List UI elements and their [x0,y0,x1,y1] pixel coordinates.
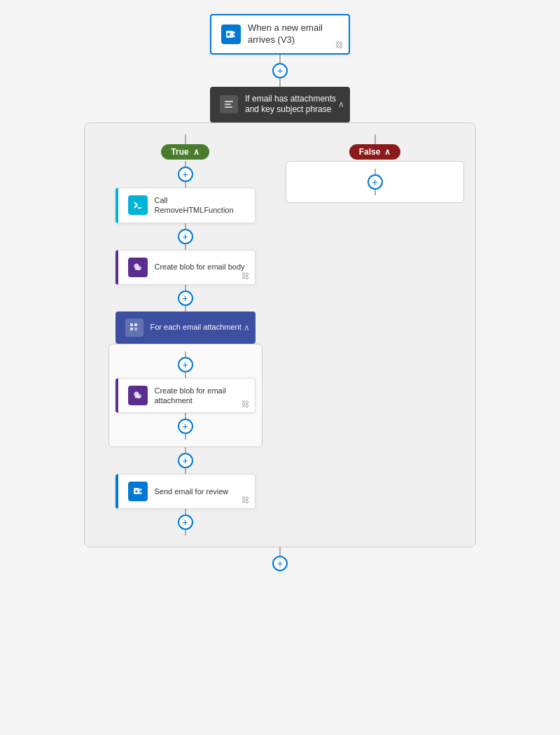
true-line-mid [185,161,186,167]
foreach-label: For each email attachment [150,322,241,332]
line-after-foreach [185,447,186,453]
false-branch-content: + [286,161,464,203]
true-collapse[interactable]: ∧ [193,147,200,157]
blob-body-link: ⛓ [241,272,249,280]
flow-canvas: When a new email arrives (V3) ⛓ + If ema… [0,14,560,571]
svg-rect-11 [134,328,137,330]
svg-rect-10 [130,328,133,330]
foreach-collapse[interactable]: ∧ [244,323,250,332]
azure-icon-1 [128,258,148,277]
outlook-icon [221,24,241,44]
false-line-top [374,134,376,144]
azure-icon-2 [128,386,148,405]
line-after-fn [185,223,186,229]
foreach-inner: + Create blob for email attachment [108,344,262,448]
line-after-blob-body [185,285,186,290]
svg-rect-1 [225,101,233,102]
false-branch-header[interactable]: False ∧ [349,144,401,160]
line-after-send [185,509,186,514]
false-inner-line [374,169,376,174]
svg-rect-14 [135,396,140,398]
send-email-node[interactable]: Send email for review ⛓ [115,474,255,509]
add-btn-after-fn[interactable]: + [178,229,193,244]
add-btn-after-blob-body[interactable]: + [178,290,193,306]
condition-collapse-btn[interactable]: ∧ [338,99,344,109]
foreach-inner-line-bot2 [185,434,186,440]
svg-rect-3 [225,106,232,108]
foreach-node[interactable]: For each email attachment ∧ [115,312,255,344]
connector-1: + [272,55,288,87]
true-branch: True ∧ + Call RemoveHTMLFunction [96,134,274,536]
add-btn-true-top[interactable]: + [178,167,193,182]
true-line-top [185,134,186,144]
blob-attachment-link: ⛓ [241,400,249,408]
line-before-send [185,468,186,474]
svg-rect-7 [135,267,140,270]
svg-rect-8 [130,323,133,326]
condition-block[interactable]: If email has attachments and key subject… [210,87,350,122]
foreach-inner-line-top [185,351,186,357]
create-blob-body-node[interactable]: Create blob for email body ⛓ [115,250,255,285]
branches-section: True ∧ + Call RemoveHTMLFunction [84,122,476,547]
add-btn-after-foreach[interactable]: + [178,453,193,468]
true-branch-header[interactable]: True ∧ [161,144,209,160]
send-email-label: Send email for review [155,486,229,496]
call-fn-node[interactable]: Call RemoveHTMLFunction [115,188,255,223]
add-button-1[interactable]: + [272,63,288,78]
add-btn-foreach-inner-bot[interactable]: + [178,419,193,434]
condition-label: If email has attachments and key subject… [245,94,340,115]
create-blob-attachment-node[interactable]: Create blob for email attachment ⛓ [115,378,255,414]
add-btn-foreach-inner[interactable]: + [178,357,193,372]
outlook-icon-2 [128,482,148,501]
true-label: True [171,147,188,157]
svg-rect-2 [225,104,231,105]
add-btn-true-bot[interactable]: + [178,514,193,530]
fn-icon [128,195,148,215]
trigger-node[interactable]: When a new email arrives (V3) ⛓ [210,14,350,55]
line-before-foreach [185,306,186,312]
create-blob-body-label: Create blob for email body [155,262,245,272]
send-email-link: ⛓ [241,496,249,504]
foreach-inner-line-bot [185,413,186,419]
false-branch: False ∧ + [286,134,464,203]
call-fn-label: Call RemoveHTMLFunction [155,195,245,216]
foreach-icon [125,318,144,337]
foreach-inner-line-mid [185,372,186,378]
condition-icon [220,95,238,113]
false-label: False [359,147,381,157]
line [279,55,281,63]
false-collapse[interactable]: ∧ [384,147,391,157]
add-btn-bottom[interactable]: + [272,556,288,571]
connector-bottom: + [272,547,288,571]
branches-container: True ∧ + Call RemoveHTMLFunction [84,122,476,547]
false-inner-line2 [374,190,376,195]
svg-rect-9 [134,323,137,326]
bottom-line-1 [279,547,281,556]
line-before-blob [185,244,186,250]
true-line-mid2 [185,182,186,188]
trigger-label: When a new email arrives (V3) [248,22,339,46]
create-blob-attachment-label: Create blob for email attachment [155,386,245,406]
line2 [279,78,281,87]
add-btn-false[interactable]: + [368,174,383,190]
true-line-bot [185,530,186,536]
trigger-link-icon: ⛓ [335,41,343,49]
